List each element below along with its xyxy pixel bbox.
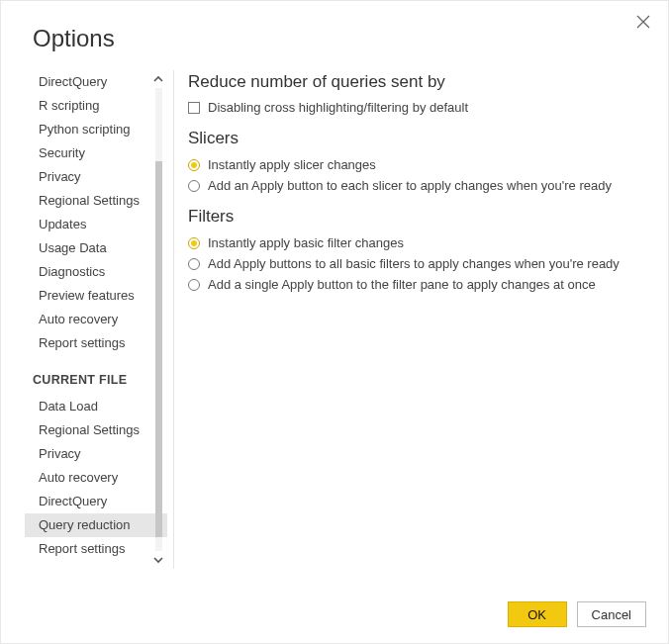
label-filter-apply-each: Add Apply buttons to all basic filters t… [208, 255, 620, 273]
scroll-up-icon[interactable] [149, 70, 167, 88]
radio-filter-apply-single[interactable] [188, 279, 200, 291]
sidebar-item-auto-recovery[interactable]: Auto recovery [33, 308, 167, 331]
sidebar-item-directquery[interactable]: DirectQuery [33, 70, 167, 94]
scroll-thumb[interactable] [155, 161, 162, 537]
label-slicer-instant: Instantly apply slicer changes [208, 156, 376, 174]
sidebar-item-privacy[interactable]: Privacy [33, 165, 167, 189]
sidebar-item-privacy-file[interactable]: Privacy [33, 442, 167, 466]
sidebar-item-query-reduction[interactable]: Query reduction [25, 513, 167, 537]
radio-filter-instant[interactable] [188, 237, 200, 249]
sidebar-item-updates[interactable]: Updates [33, 213, 167, 236]
radio-slicer-apply-button[interactable] [188, 180, 200, 192]
sidebar-item-report-settings[interactable]: Report settings [33, 331, 167, 355]
close-icon[interactable] [636, 15, 650, 29]
heading-slicers: Slicers [188, 129, 638, 148]
sidebar: DirectQuery R scripting Python scripting… [19, 70, 167, 569]
sidebar-item-preview-features[interactable]: Preview features [33, 284, 167, 308]
sidebar-scrollbar[interactable] [149, 70, 167, 569]
sidebar-item-data-load[interactable]: Data Load [33, 395, 167, 418]
dialog-title: Options [33, 25, 668, 52]
sidebar-item-r-scripting[interactable]: R scripting [33, 94, 167, 118]
ok-button[interactable]: OK [508, 601, 567, 627]
sidebar-section-current-file: CURRENT FILE [33, 373, 167, 387]
sidebar-item-auto-recovery-file[interactable]: Auto recovery [33, 466, 167, 490]
radio-filter-apply-each[interactable] [188, 258, 200, 270]
radio-slicer-instant[interactable] [188, 159, 200, 171]
sidebar-item-directquery-file[interactable]: DirectQuery [33, 490, 167, 513]
cancel-button[interactable]: Cancel [577, 601, 646, 627]
vertical-divider [173, 70, 174, 569]
scroll-track[interactable] [155, 88, 162, 551]
dialog-footer: OK Cancel [508, 601, 646, 627]
label-filter-instant: Instantly apply basic filter changes [208, 234, 404, 252]
label-slicer-apply-button: Add an Apply button to each slicer to ap… [208, 177, 612, 195]
heading-reduce-queries: Reduce number of queries sent by [188, 72, 638, 92]
checkbox-disable-cross-highlight[interactable] [188, 102, 200, 114]
sidebar-item-security[interactable]: Security [33, 141, 167, 165]
sidebar-item-usage-data[interactable]: Usage Data [33, 236, 167, 260]
heading-filters: Filters [188, 207, 638, 227]
sidebar-item-python-scripting[interactable]: Python scripting [33, 118, 167, 141]
sidebar-item-diagnostics[interactable]: Diagnostics [33, 260, 167, 284]
content-pane: Reduce number of queries sent by Disabli… [188, 70, 668, 569]
sidebar-item-report-settings-file[interactable]: Report settings [33, 537, 167, 561]
sidebar-item-regional-settings-file[interactable]: Regional Settings [33, 418, 167, 442]
label-filter-apply-single: Add a single Apply button to the filter … [208, 276, 596, 294]
scroll-down-icon[interactable] [149, 551, 167, 569]
sidebar-item-regional-settings[interactable]: Regional Settings [33, 189, 167, 213]
label-disable-cross-highlight: Disabling cross highlighting/filtering b… [208, 100, 468, 115]
